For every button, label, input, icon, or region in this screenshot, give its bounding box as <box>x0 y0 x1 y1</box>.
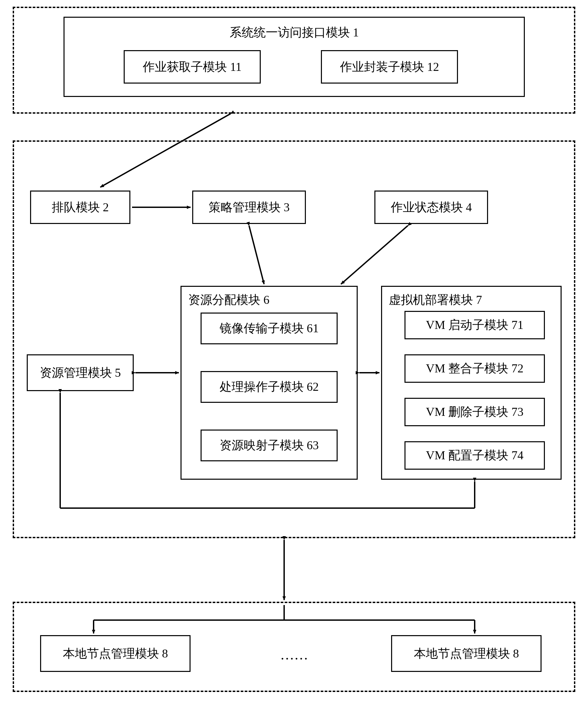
module-7-title: 虚拟机部署模块 7 <box>389 292 482 308</box>
ellipsis: …… <box>264 647 324 663</box>
module-61: 镜像传输子模块 61 <box>200 312 338 344</box>
module-5: 资源管理模块 5 <box>27 354 134 391</box>
module-8b: 本地节点管理模块 8 <box>391 635 541 672</box>
module-6-title: 资源分配模块 6 <box>188 292 270 308</box>
module-8a: 本地节点管理模块 8 <box>40 635 190 672</box>
module-12: 作业封装子模块 12 <box>321 50 458 83</box>
module-1-title: 系统统一访问接口模块 1 <box>64 24 524 41</box>
module-3: 策略管理模块 3 <box>192 190 306 224</box>
module-74: VM 配置子模块 74 <box>405 441 545 470</box>
module-2: 排队模块 2 <box>30 190 130 224</box>
module-62: 处理操作子模块 62 <box>200 371 338 403</box>
module-63: 资源映射子模块 63 <box>200 429 338 461</box>
module-71: VM 启动子模块 71 <box>405 311 545 339</box>
module-72: VM 整合子模块 72 <box>405 354 545 383</box>
module-4: 作业状态模块 4 <box>374 190 488 224</box>
module-73: VM 删除子模块 73 <box>405 398 545 426</box>
module-11: 作业获取子模块 11 <box>124 50 261 83</box>
